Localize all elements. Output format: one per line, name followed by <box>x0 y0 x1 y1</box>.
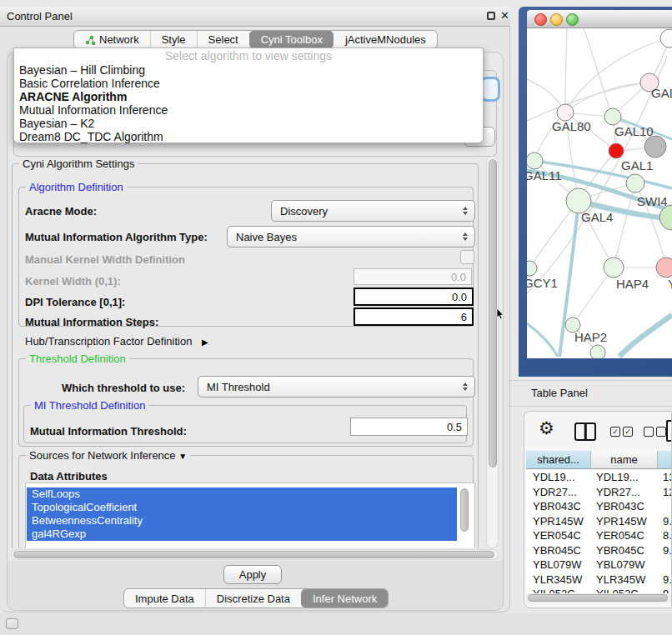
manual-kernel-checkbox[interactable] <box>460 250 474 264</box>
table-cell: YPR145W <box>596 514 647 529</box>
close-icon[interactable]: ✕ <box>500 9 509 22</box>
bottom-tab-impute-data[interactable]: Impute Data <box>124 589 205 608</box>
gear-icon[interactable]: ⚙ <box>539 419 554 437</box>
node-label-gal1: GAL1 <box>621 158 653 172</box>
network-node-gal1[interactable] <box>609 143 624 158</box>
table-row-ydl19[interactable]: YDL19...YDL19...13 <box>526 470 671 485</box>
mi-type-value: Naive Bayes <box>236 231 297 243</box>
settings-hscroll-thumb[interactable] <box>13 551 494 558</box>
unselect-all-checks-icon[interactable] <box>644 427 666 437</box>
node-label-y: Y <box>668 277 672 291</box>
data-attributes-label: Data Attributes <box>30 470 108 482</box>
network-node-gal80[interactable] <box>557 104 574 121</box>
table-row-ybl079w[interactable]: YBL079WYBL079W <box>526 558 671 572</box>
table-cell: 9. <box>663 514 671 529</box>
attribute-item-selfloops[interactable]: SelfLoops <box>27 488 457 501</box>
table-panel-divider2 <box>510 406 672 407</box>
column-header-partial[interactable] <box>658 451 672 469</box>
table-panel: ⚙ ✓ ✓ shared... name YDL19...YDL19...13Y… <box>524 411 672 608</box>
attribute-item-betweennesscentrality[interactable]: BetweennessCentrality <box>27 514 457 528</box>
stepper-icon <box>463 232 468 241</box>
network-window-titlebar[interactable] <box>527 10 672 28</box>
collapse-down-icon[interactable]: ▼ <box>178 452 187 461</box>
table-row-ydr27[interactable]: YDR27...YDR27...12 <box>526 485 671 500</box>
sources-group-title[interactable]: Sources for Network Inference ▼ <box>26 449 190 462</box>
expand-right-icon[interactable]: ▶ <box>202 338 208 347</box>
table-hscroll-thumb[interactable] <box>528 594 668 602</box>
minimize-light[interactable] <box>550 13 563 26</box>
tab-select[interactable]: Select <box>197 31 249 48</box>
mi-steps-field[interactable]: 6 <box>354 308 474 326</box>
kernel-width-value: 0.0 <box>451 271 466 283</box>
tab-cyni-toolbox-label: Cyni Toolbox <box>261 30 323 49</box>
node-label-hap2: HAP2 <box>574 330 607 344</box>
columns-icon[interactable] <box>574 422 596 441</box>
zoom-light[interactable] <box>566 13 579 26</box>
network-node-gcy1[interactable] <box>527 261 537 276</box>
network-edge-highlighted <box>527 323 558 357</box>
table-row-yil052c[interactable]: YIL052CYIL052C9 <box>526 587 671 593</box>
corner-grip-icon[interactable] <box>6 618 18 629</box>
bottom-tab-discretize-data[interactable]: Discretize Data <box>205 589 301 608</box>
algorithm-option-aracne-algorithm[interactable]: ARACNE Algorithm <box>14 90 483 103</box>
aracne-mode-select[interactable]: Discovery <box>271 200 475 222</box>
algorithm-option-dream8-dc-tdc-algorithm[interactable]: Dream8 DC_TDC Algorithm <box>14 130 483 143</box>
kernel-width-field[interactable]: 0.0 <box>354 268 472 285</box>
mouse-cursor <box>496 308 506 322</box>
network-node-gal10[interactable] <box>644 136 666 158</box>
hub-definition-toggle[interactable]: Hub/Transcription Factor Definition ▶ <box>25 335 208 348</box>
attribute-item-topologicalcoefficient[interactable]: TopologicalCoefficient <box>27 501 457 514</box>
table-row-yer054c[interactable]: YER054CYER054C8. <box>526 528 671 543</box>
bottom-tab-strip: Impute DataDiscretize DataInfer Network <box>123 588 389 608</box>
tab-style[interactable]: Style <box>150 31 197 48</box>
tab-jactivemnodules[interactable]: jActiveMNodules <box>333 31 437 48</box>
table-cell: YBL079W <box>596 558 645 572</box>
table-row-ybr043c[interactable]: YBR043CYBR043C <box>526 499 671 514</box>
mi-threshold-field[interactable]: 0.5 <box>350 418 468 436</box>
network-node[interactable] <box>590 345 605 358</box>
network-node[interactable] <box>660 29 672 48</box>
tab-network[interactable]: Network <box>74 31 150 48</box>
column-header-name[interactable]: name <box>591 451 658 469</box>
table-row-ypr145w[interactable]: YPR145WYPR145W9. <box>526 514 671 529</box>
mi-threshold-value: 0.5 <box>447 421 462 433</box>
apply-button[interactable]: Apply <box>223 565 282 584</box>
algorithm-option-bayesian-hill-climbing[interactable]: Bayesian – Hill Climbing <box>14 63 483 77</box>
network-node-y[interactable] <box>656 258 672 278</box>
select-all-checks-icon[interactable]: ✓ ✓ <box>610 427 633 437</box>
table-cell: YBR043C <box>533 499 581 514</box>
algorithm-option-mutual-information-inference[interactable]: Mutual Information Inference <box>14 103 483 117</box>
threshold-definition-title: Threshold Definition <box>26 352 129 365</box>
function-builder-icon[interactable] <box>666 420 672 442</box>
mi-type-select[interactable]: Naive Bayes <box>227 226 475 248</box>
which-threshold-select[interactable]: MI Threshold <box>198 376 475 398</box>
dpi-tolerance-field[interactable]: 0.0 <box>354 288 474 306</box>
network-node-gal11[interactable] <box>527 152 543 169</box>
table-cell: YPR145W <box>533 514 584 529</box>
bottom-tab-infer-network[interactable]: Infer Network <box>301 589 388 608</box>
app-root: Control Panel ✕ NetworkStyleSelectCyni T… <box>0 0 672 635</box>
settings-vscroll-thumb[interactable] <box>489 159 497 468</box>
algorithm-placeholder: Select algorithm to view settings <box>14 48 483 63</box>
table-cell: YBR045C <box>596 543 644 558</box>
algorithm-option-bayesian-k2[interactable]: Bayesian – K2 <box>14 117 483 130</box>
attribute-item-gal4rgexp[interactable]: gal4RGexp <box>27 528 457 541</box>
column-header-shared-name[interactable]: shared... <box>526 451 591 469</box>
float-window-icon[interactable] <box>487 12 495 20</box>
algorithm-option-basic-correlation-inference[interactable]: Basic Correlation Inference <box>14 77 483 90</box>
network-canvas[interactable]: GALGAL80GAL10GAL1GAL11GAL4SWI4GCY1HAP4YH… <box>527 28 672 358</box>
tab-cyni-toolbox[interactable]: Cyni Toolbox <box>249 31 333 48</box>
network-edge <box>565 82 649 112</box>
tab-jactivemnodules-label: jActiveMNodules <box>345 30 426 49</box>
close-light[interactable] <box>534 13 547 26</box>
network-node-swi4[interactable] <box>626 174 644 192</box>
network-node[interactable] <box>604 108 621 125</box>
list-scrollbar-thumb[interactable] <box>460 488 469 532</box>
network-node-hap4[interactable] <box>604 258 624 278</box>
control-panel-titlebar[interactable] <box>0 7 510 27</box>
data-attributes-list[interactable]: SelfLoopsTopologicalCoefficientBetweenne… <box>25 482 475 548</box>
table-row-ybr045c[interactable]: YBR045CYBR045C9. <box>526 543 671 558</box>
tab-strip: NetworkStyleSelectCyni ToolboxjActiveMNo… <box>73 30 438 49</box>
table-row-ylr345w[interactable]: YLR345WYLR345W9. <box>526 572 671 588</box>
hub-definition-label: Hub/Transcription Factor Definition <box>25 335 192 348</box>
